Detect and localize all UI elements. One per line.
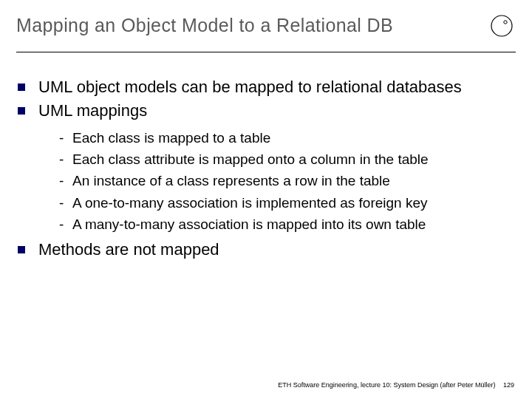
sub-bullet-item: An instance of a class represents a row … — [58, 171, 516, 190]
bullet-item: UML mappings Each class is mapped to a t… — [16, 100, 516, 233]
eth-circle-logo-icon — [489, 13, 514, 38]
bullet-list: UML object models can be mapped to relat… — [16, 77, 516, 260]
sub-bullet-list: Each class is mapped to a table Each cla… — [38, 129, 516, 233]
content-area: UML object models can be mapped to relat… — [16, 77, 516, 263]
slide-title: Mapping an Object Model to a Relational … — [16, 15, 393, 36]
title-divider — [16, 52, 516, 52]
bullet-item: UML object models can be mapped to relat… — [16, 77, 516, 98]
sub-bullet-item: A one-to-many association is implemented… — [58, 194, 516, 212]
bullet-text: UML mappings — [38, 101, 147, 120]
svg-point-0 — [491, 16, 512, 36]
footer: ETH Software Engineering, lecture 10: Sy… — [278, 381, 514, 389]
footer-text: ETH Software Engineering, lecture 10: Sy… — [278, 381, 495, 389]
slide: Mapping an Object Model to a Relational … — [0, 0, 532, 399]
sub-bullet-item: Each class attribute is mapped onto a co… — [58, 150, 516, 168]
sub-bullet-item: A many-to-many association is mapped int… — [58, 215, 516, 233]
svg-point-1 — [504, 21, 507, 24]
slide-number: 129 — [503, 381, 514, 389]
sub-bullet-item: Each class is mapped to a table — [58, 129, 516, 147]
bullet-item: Methods are not mapped — [16, 239, 516, 260]
